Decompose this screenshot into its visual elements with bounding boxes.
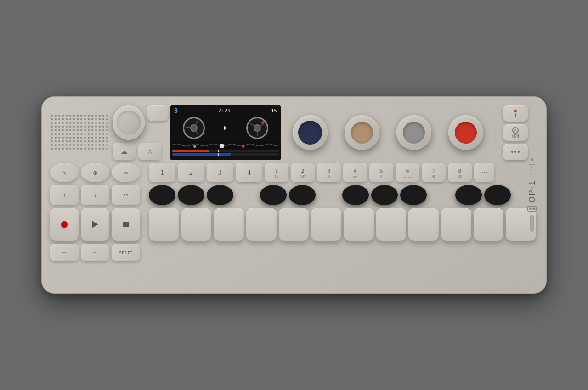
- left-top-controls: ☁ △: [113, 105, 168, 160]
- pad-4[interactable]: [260, 185, 287, 205]
- knob-1-encoder[interactable]: [293, 115, 328, 150]
- pad-6[interactable]: [342, 185, 369, 205]
- speaker-dot: [99, 133, 101, 135]
- piano-key-11[interactable]: [474, 208, 504, 241]
- speaker-dot: [102, 140, 104, 142]
- speaker-dot: [51, 144, 53, 146]
- side-scroll-button[interactable]: [530, 215, 534, 232]
- speaker-dot: [102, 148, 104, 150]
- knob-4-encoder[interactable]: [448, 115, 483, 150]
- speaker-dot: [51, 126, 53, 128]
- volume-knob[interactable]: [113, 105, 145, 140]
- speaker-dot: [84, 140, 86, 142]
- key-in[interactable]: 1 IN: [265, 163, 288, 182]
- speaker-dot: [51, 115, 53, 117]
- speaker-dot: [95, 118, 97, 120]
- waveform-marker-2: [242, 145, 244, 148]
- env-button[interactable]: △: [138, 143, 161, 160]
- fx-button[interactable]: ⊕: [81, 163, 109, 182]
- piano-key-7[interactable]: [344, 208, 374, 241]
- speaker-dot: [58, 118, 60, 120]
- scissors-button[interactable]: ✂: [112, 185, 140, 205]
- speaker-dot: [58, 133, 60, 135]
- knob-2-encoder[interactable]: [345, 115, 379, 150]
- key-rev[interactable]: 5 Я: [369, 163, 393, 182]
- pad-8[interactable]: [400, 185, 427, 205]
- pad-2[interactable]: [178, 185, 204, 205]
- left-arrow-button[interactable]: ←: [50, 244, 79, 261]
- speaker-dot: [80, 144, 82, 146]
- key-chop-label: oo: [353, 175, 357, 178]
- piano-key-9[interactable]: [408, 208, 439, 241]
- piano-key-3[interactable]: [214, 208, 244, 241]
- display-beat: 15: [271, 108, 277, 114]
- piano-key-5[interactable]: [279, 208, 309, 241]
- speaker-dot: [106, 148, 108, 150]
- up-arrow-button[interactable]: ↑: [50, 185, 79, 205]
- speaker-dot: [73, 148, 75, 150]
- com-button[interactable]: COM: [503, 124, 528, 141]
- speaker-dot: [55, 129, 57, 131]
- tape-button[interactable]: ∞: [112, 163, 140, 182]
- speaker-dot: [91, 129, 93, 131]
- record-button[interactable]: [50, 208, 79, 241]
- stop-button[interactable]: [112, 208, 140, 241]
- key-stutter[interactable]: 6 ....: [396, 163, 419, 182]
- knob-4-unit: [448, 115, 483, 150]
- top-function-button[interactable]: [147, 105, 168, 121]
- key-m2[interactable]: 8 M2: [448, 163, 472, 182]
- speaker-dot: [51, 148, 53, 150]
- speaker-dot: [58, 126, 60, 128]
- knob-3-encoder[interactable]: [396, 115, 431, 150]
- key-out[interactable]: 2 OUT: [291, 163, 315, 182]
- key-4[interactable]: 4: [236, 163, 262, 182]
- left-arrow-icon: ←: [62, 249, 67, 256]
- piano-key-6[interactable]: [311, 208, 341, 241]
- speaker-dot: [91, 133, 93, 135]
- pad-9[interactable]: [455, 185, 482, 205]
- key-3[interactable]: 3: [207, 163, 233, 182]
- speaker-dot: [80, 133, 82, 135]
- synth-button[interactable]: ☁: [113, 143, 136, 160]
- tape-icon: ∞: [124, 169, 128, 176]
- pad-10[interactable]: [484, 185, 511, 205]
- options-button[interactable]: [474, 163, 494, 182]
- device-inner: for(let i=0;i<160;i++) document.write('<…: [50, 105, 536, 285]
- pin-button[interactable]: [503, 105, 528, 122]
- piano-key-8[interactable]: [376, 208, 407, 241]
- key-2[interactable]: 2: [178, 163, 204, 182]
- piano-key-1[interactable]: [149, 208, 179, 241]
- speaker-dot: [88, 140, 90, 142]
- piano-key-10[interactable]: [441, 208, 471, 241]
- pad-5[interactable]: [289, 185, 316, 205]
- speaker-dot: [102, 118, 104, 120]
- knob-3-unit: [396, 115, 431, 150]
- pad-1[interactable]: [149, 185, 175, 205]
- pad-3[interactable]: [207, 185, 233, 205]
- right-arrow-button[interactable]: →: [81, 244, 109, 261]
- speaker-dot: [84, 129, 86, 131]
- shift-button[interactable]: shift: [112, 244, 140, 261]
- key-loop[interactable]: 3 ⟳: [317, 163, 341, 182]
- lfo-button[interactable]: ∿: [50, 163, 79, 182]
- piano-key-2[interactable]: [181, 208, 212, 241]
- key-1[interactable]: 1: [149, 163, 175, 182]
- speaker-dot: [66, 118, 68, 120]
- speaker-dot: [66, 129, 68, 131]
- play-button[interactable]: [81, 208, 109, 241]
- down-arrow-button[interactable]: ↓: [81, 185, 109, 205]
- display-content: 3 2:29 15: [170, 105, 281, 160]
- key-chop[interactable]: 4 oo: [343, 163, 367, 182]
- speaker-dot: [62, 137, 64, 139]
- knob-2-cap: [351, 122, 373, 144]
- speaker-dot: [58, 122, 60, 124]
- speaker-dot: [69, 118, 71, 120]
- key-m1[interactable]: 7 MI: [422, 163, 446, 182]
- speaker-dot: [106, 144, 108, 146]
- more-button[interactable]: [503, 144, 528, 160]
- pad-7[interactable]: [371, 185, 398, 205]
- speaker-dot: [77, 118, 79, 120]
- piano-key-4[interactable]: [246, 208, 277, 241]
- speaker-dot: [91, 122, 93, 124]
- display-time: 2:29: [218, 108, 231, 114]
